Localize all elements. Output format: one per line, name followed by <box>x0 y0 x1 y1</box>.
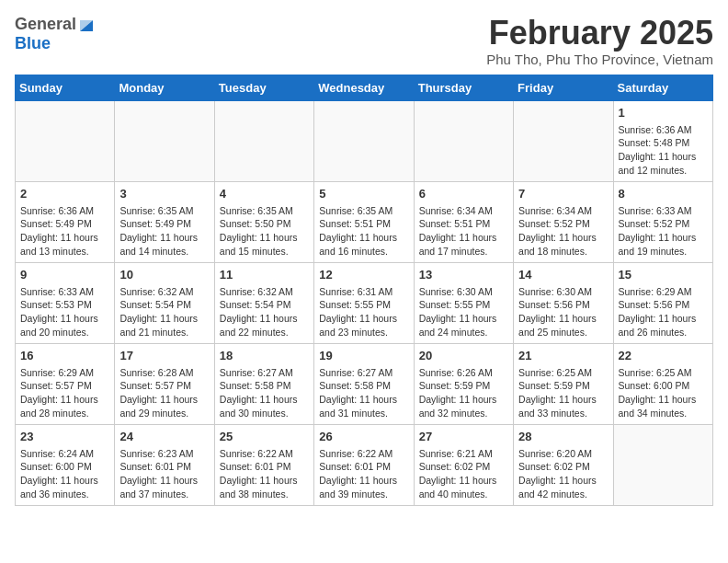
day-info: Sunrise: 6:25 AM Sunset: 6:00 PM Dayligh… <box>619 366 708 420</box>
weekday-header-thursday: Thursday <box>414 75 513 100</box>
calendar-cell: 2Sunrise: 6:36 AM Sunset: 5:49 PM Daylig… <box>16 181 115 262</box>
logo-triangle-icon <box>78 17 95 33</box>
calendar-cell: 11Sunrise: 6:32 AM Sunset: 5:54 PM Dayli… <box>214 262 313 343</box>
day-number: 27 <box>419 429 508 445</box>
day-info: Sunrise: 6:35 AM Sunset: 5:50 PM Dayligh… <box>220 204 309 259</box>
calendar-cell: 17Sunrise: 6:28 AM Sunset: 5:57 PM Dayli… <box>115 343 214 424</box>
day-info: Sunrise: 6:25 AM Sunset: 5:59 PM Dayligh… <box>518 366 608 420</box>
weekday-header-tuesday: Tuesday <box>214 75 313 100</box>
day-number: 21 <box>518 348 608 364</box>
calendar-week-row: 1Sunrise: 6:36 AM Sunset: 5:48 PM Daylig… <box>16 100 713 181</box>
day-info: Sunrise: 6:35 AM Sunset: 5:49 PM Dayligh… <box>119 204 209 259</box>
calendar-cell: 26Sunrise: 6:22 AM Sunset: 6:01 PM Dayli… <box>314 424 414 505</box>
calendar-cell: 7Sunrise: 6:34 AM Sunset: 5:52 PM Daylig… <box>514 181 613 262</box>
day-info: Sunrise: 6:23 AM Sunset: 6:01 PM Dayligh… <box>119 447 209 501</box>
day-number: 17 <box>119 348 209 364</box>
calendar-cell: 5Sunrise: 6:35 AM Sunset: 5:51 PM Daylig… <box>314 181 414 262</box>
day-info: Sunrise: 6:33 AM Sunset: 5:53 PM Dayligh… <box>20 285 109 339</box>
day-number: 10 <box>119 267 209 283</box>
calendar-cell <box>16 100 115 181</box>
day-number: 18 <box>220 348 309 364</box>
day-number: 20 <box>419 348 508 364</box>
day-info: Sunrise: 6:30 AM Sunset: 5:56 PM Dayligh… <box>518 285 608 339</box>
day-info: Sunrise: 6:28 AM Sunset: 5:57 PM Dayligh… <box>119 366 209 420</box>
day-number: 26 <box>319 429 408 445</box>
calendar-week-row: 2Sunrise: 6:36 AM Sunset: 5:49 PM Daylig… <box>16 181 713 262</box>
calendar-week-row: 9Sunrise: 6:33 AM Sunset: 5:53 PM Daylig… <box>16 262 713 343</box>
calendar-cell: 13Sunrise: 6:30 AM Sunset: 5:55 PM Dayli… <box>414 262 513 343</box>
calendar-cell: 15Sunrise: 6:29 AM Sunset: 5:56 PM Dayli… <box>613 262 712 343</box>
day-number: 14 <box>518 267 608 283</box>
calendar-cell: 20Sunrise: 6:26 AM Sunset: 5:59 PM Dayli… <box>414 343 513 424</box>
day-number: 13 <box>419 267 508 283</box>
day-info: Sunrise: 6:34 AM Sunset: 5:51 PM Dayligh… <box>419 204 508 259</box>
calendar-week-row: 23Sunrise: 6:24 AM Sunset: 6:00 PM Dayli… <box>16 424 713 505</box>
calendar-cell: 18Sunrise: 6:27 AM Sunset: 5:58 PM Dayli… <box>214 343 313 424</box>
day-number: 25 <box>220 429 309 445</box>
day-number: 3 <box>119 186 209 202</box>
calendar-cell: 10Sunrise: 6:32 AM Sunset: 5:54 PM Dayli… <box>115 262 214 343</box>
calendar-cell: 19Sunrise: 6:27 AM Sunset: 5:58 PM Dayli… <box>314 343 414 424</box>
calendar-cell <box>314 100 414 181</box>
calendar-cell: 25Sunrise: 6:22 AM Sunset: 6:01 PM Dayli… <box>214 424 313 505</box>
weekday-header-monday: Monday <box>115 75 214 100</box>
day-number: 4 <box>220 186 309 202</box>
day-number: 23 <box>20 429 109 445</box>
day-info: Sunrise: 6:22 AM Sunset: 6:01 PM Dayligh… <box>220 447 309 501</box>
weekday-header-wednesday: Wednesday <box>314 75 414 100</box>
calendar-cell: 22Sunrise: 6:25 AM Sunset: 6:00 PM Dayli… <box>613 343 712 424</box>
calendar-cell: 24Sunrise: 6:23 AM Sunset: 6:01 PM Dayli… <box>115 424 214 505</box>
month-year-title: February 2025 <box>486 15 713 52</box>
day-info: Sunrise: 6:31 AM Sunset: 5:55 PM Dayligh… <box>319 285 408 339</box>
calendar-cell: 9Sunrise: 6:33 AM Sunset: 5:53 PM Daylig… <box>16 262 115 343</box>
day-number: 7 <box>518 186 608 202</box>
day-number: 22 <box>619 348 708 364</box>
calendar-cell: 4Sunrise: 6:35 AM Sunset: 5:50 PM Daylig… <box>214 181 313 262</box>
day-number: 6 <box>419 186 508 202</box>
weekday-header-sunday: Sunday <box>16 75 115 100</box>
day-info: Sunrise: 6:30 AM Sunset: 5:55 PM Dayligh… <box>419 285 508 339</box>
calendar-cell <box>613 424 712 505</box>
weekday-header-saturday: Saturday <box>613 75 712 100</box>
calendar-cell: 27Sunrise: 6:21 AM Sunset: 6:02 PM Dayli… <box>414 424 513 505</box>
logo-blue-text: Blue <box>15 34 51 53</box>
day-number: 16 <box>20 348 109 364</box>
day-number: 5 <box>319 186 408 202</box>
weekday-header-row: SundayMondayTuesdayWednesdayThursdayFrid… <box>16 75 713 100</box>
weekday-header-friday: Friday <box>514 75 613 100</box>
calendar-cell: 28Sunrise: 6:20 AM Sunset: 6:02 PM Dayli… <box>514 424 613 505</box>
day-info: Sunrise: 6:22 AM Sunset: 6:01 PM Dayligh… <box>319 447 408 501</box>
day-info: Sunrise: 6:20 AM Sunset: 6:02 PM Dayligh… <box>518 447 608 501</box>
day-number: 28 <box>518 429 608 445</box>
calendar-table: SundayMondayTuesdayWednesdayThursdayFrid… <box>15 75 713 506</box>
calendar-cell: 21Sunrise: 6:25 AM Sunset: 5:59 PM Dayli… <box>514 343 613 424</box>
day-info: Sunrise: 6:27 AM Sunset: 5:58 PM Dayligh… <box>319 366 408 420</box>
day-number: 2 <box>20 186 109 202</box>
day-info: Sunrise: 6:36 AM Sunset: 5:49 PM Dayligh… <box>20 204 109 259</box>
day-number: 11 <box>220 267 309 283</box>
day-info: Sunrise: 6:35 AM Sunset: 5:51 PM Dayligh… <box>319 204 408 259</box>
calendar-week-row: 16Sunrise: 6:29 AM Sunset: 5:57 PM Dayli… <box>16 343 713 424</box>
calendar-cell: 8Sunrise: 6:33 AM Sunset: 5:52 PM Daylig… <box>613 181 712 262</box>
day-number: 15 <box>619 267 708 283</box>
day-info: Sunrise: 6:36 AM Sunset: 5:48 PM Dayligh… <box>619 123 708 178</box>
logo: General Blue <box>15 15 95 53</box>
title-area: February 2025 Phu Tho, Phu Tho Province,… <box>486 15 713 67</box>
day-number: 12 <box>319 267 408 283</box>
day-info: Sunrise: 6:33 AM Sunset: 5:52 PM Dayligh… <box>619 204 708 259</box>
day-number: 9 <box>20 267 109 283</box>
day-info: Sunrise: 6:29 AM Sunset: 5:56 PM Dayligh… <box>619 285 708 339</box>
calendar-cell: 6Sunrise: 6:34 AM Sunset: 5:51 PM Daylig… <box>414 181 513 262</box>
location-subtitle: Phu Tho, Phu Tho Province, Vietnam <box>486 52 713 67</box>
day-info: Sunrise: 6:21 AM Sunset: 6:02 PM Dayligh… <box>419 447 508 501</box>
calendar-header: SundayMondayTuesdayWednesdayThursdayFrid… <box>16 75 713 100</box>
calendar-cell <box>115 100 214 181</box>
page-header: General Blue February 2025 Phu Tho, Phu … <box>15 15 713 67</box>
calendar-cell: 12Sunrise: 6:31 AM Sunset: 5:55 PM Dayli… <box>314 262 414 343</box>
day-info: Sunrise: 6:27 AM Sunset: 5:58 PM Dayligh… <box>220 366 309 420</box>
calendar-cell <box>214 100 313 181</box>
calendar-cell: 3Sunrise: 6:35 AM Sunset: 5:49 PM Daylig… <box>115 181 214 262</box>
day-info: Sunrise: 6:24 AM Sunset: 6:00 PM Dayligh… <box>20 447 109 501</box>
calendar-cell: 23Sunrise: 6:24 AM Sunset: 6:00 PM Dayli… <box>16 424 115 505</box>
calendar-cell <box>514 100 613 181</box>
